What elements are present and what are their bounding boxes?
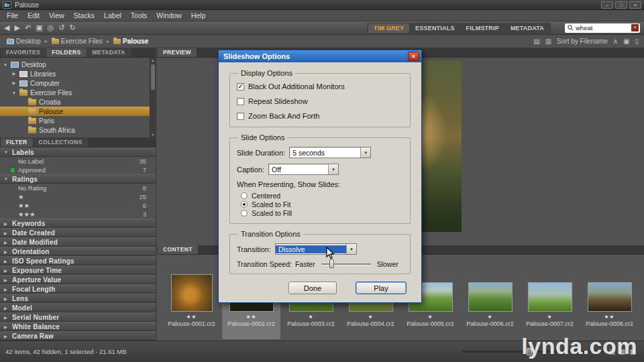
folder-tree-scrollbar[interactable]: ▲ ▼ [150, 58, 156, 137]
disclosure-down-icon[interactable]: ▼ [11, 90, 17, 95]
sort-by-label[interactable]: Sort by Filename [557, 38, 608, 45]
filter-item-rating-3-stars[interactable]: ★★★3 [0, 210, 156, 219]
checkbox-zoom-back-and-forth[interactable]: Zoom Back And Forth [237, 112, 403, 120]
filter-section-camera-raw[interactable]: ▶Camera Raw [0, 331, 156, 341]
workspace-tab-essentials[interactable]: ESSENTIALS [410, 23, 460, 33]
checkbox-black-out-additional-monitors[interactable]: ✓Black Out Additional Monitors [237, 82, 403, 90]
radio-scaled-to-fit[interactable]: Scaled to Fit [241, 200, 403, 208]
back-button[interactable]: ◀ [4, 24, 9, 32]
transition-select[interactable]: Dissolve ▼ [275, 243, 357, 255]
filter-item-rating-2-stars[interactable]: ★★6 [0, 201, 156, 210]
filter-section-focal-length[interactable]: ▶Focal Length [0, 284, 156, 294]
filter-section-labels[interactable]: ▼Labels [0, 147, 156, 157]
filter-section-keywords[interactable]: ▶Keywords [0, 219, 156, 228]
filter-item-no-rating[interactable]: No Rating8 [0, 184, 156, 192]
search-clear-button[interactable]: × [631, 24, 639, 32]
tab-filter[interactable]: FILTER [1, 138, 33, 147]
scroll-up-icon[interactable]: ▲ [150, 58, 156, 62]
sort-direction-icon[interactable]: ∧ [613, 38, 618, 45]
filter-section-orientation[interactable]: ▶Orientation [0, 247, 156, 256]
thumbnail-palouse-0001-cr2[interactable]: ★★Palouse-0001.cr2 [162, 256, 221, 339]
folder-item-south-africa[interactable]: South Africa [0, 125, 156, 135]
menu-stacks[interactable]: Stacks [69, 11, 100, 19]
menu-window[interactable]: Window [152, 11, 186, 19]
tab-preview[interactable]: PREVIEW [158, 48, 197, 57]
thumbnail-palouse-0008-cr2[interactable]: ★★Palouse-0008.cr2 [580, 256, 639, 339]
filter-section-iso-speed-ratings[interactable]: ▶ISO Speed Ratings [0, 256, 156, 265]
filter-section-date-created[interactable]: ▶Date Created [0, 228, 156, 237]
menu-tools[interactable]: Tools [126, 11, 152, 19]
workspace-tab-tim-grey[interactable]: TIM GREY [368, 23, 409, 33]
delete-item-button[interactable]: ▯ [635, 38, 639, 45]
tab-favorites[interactable]: FAVORITES [1, 48, 46, 57]
folder-item-paris[interactable]: Paris [0, 116, 156, 125]
filter-section-serial-number[interactable]: ▶Serial Number [0, 312, 156, 322]
disclosure-down-icon[interactable]: ▼ [3, 62, 8, 67]
menu-view[interactable]: View [44, 11, 69, 19]
get-photos-from-camera-icon[interactable]: ▣ [36, 24, 42, 32]
thumbnail-palouse-0007-cr2[interactable]: ★Palouse-0007.cr2 [521, 256, 579, 339]
scroll-down-icon[interactable]: ▼ [150, 133, 156, 137]
checkbox-label: Zoom Back And Forth [248, 112, 319, 120]
checkbox-repeat-slideshow[interactable]: Repeat Slideshow [237, 97, 403, 105]
radio-centered[interactable]: Centered [241, 192, 403, 200]
tab-folders[interactable]: FOLDERS [46, 48, 86, 57]
open-in-camera-raw-icon[interactable]: ◎ [48, 24, 54, 32]
folder-item-palouse[interactable]: Palouse [0, 107, 156, 116]
tab-collections[interactable]: COLLECTIONS [34, 138, 88, 147]
radio-scaled-to-fill[interactable]: Scaled to Fill [241, 209, 403, 217]
slide-duration-select[interactable]: 5 seconds ▼ [289, 147, 371, 158]
disclosure-right-icon: ▶ [4, 287, 9, 292]
scrollbar-thumb[interactable] [151, 64, 155, 90]
menu-label[interactable]: Label [99, 11, 126, 19]
rotate-right-button[interactable]: ↻ [69, 24, 75, 32]
speed-slider-thumb[interactable] [329, 259, 334, 268]
filter-item-no-label[interactable]: No Label35 [0, 157, 156, 166]
folder-item-croatia[interactable]: Croatia [0, 97, 156, 107]
search-input[interactable] [576, 24, 629, 32]
minimize-button[interactable]: – [601, 1, 613, 9]
filter-section-ratings[interactable]: ▼Ratings [0, 174, 156, 184]
filter-item-rating-1-stars[interactable]: ★25 [0, 192, 156, 201]
breadcrumb-palouse[interactable]: Palouse [112, 38, 150, 45]
rotate-left-button[interactable]: ↺ [58, 24, 64, 32]
tab-metadata[interactable]: METADATA [87, 48, 131, 57]
thumbnail-quality-icon[interactable]: ▤ [533, 38, 539, 45]
play-button[interactable]: Play [356, 282, 407, 294]
filter-section-aperture-value[interactable]: ▶Aperture Value [0, 275, 156, 284]
filter-item-approved[interactable]: Approved7 [0, 166, 156, 174]
filter-section-date-modified[interactable]: ▶Date Modified [0, 237, 156, 247]
folder-item-libraries[interactable]: ▶Libraries [0, 69, 156, 78]
close-button[interactable]: × [629, 1, 641, 9]
caption-select[interactable]: Off ▼ [268, 164, 339, 175]
breadcrumb-exercise-files[interactable]: Exercise Files [50, 38, 104, 45]
menu-edit[interactable]: Edit [23, 11, 44, 19]
workspace-tab-filmstrip[interactable]: FILMSTRIP [461, 23, 504, 33]
filter-items-icon[interactable]: ▥ [545, 38, 551, 45]
disclosure-right-icon[interactable]: ▶ [11, 80, 17, 86]
transition-speed-slider[interactable] [321, 263, 371, 265]
folder-item-exercise-files[interactable]: ▼Exercise Files [0, 88, 156, 97]
folder-item-desktop[interactable]: ▼Desktop [0, 60, 156, 69]
dialog-close-button[interactable]: × [408, 52, 419, 61]
done-button[interactable]: Done [288, 282, 337, 294]
thumbnail-palouse-0006-cr2[interactable]: ★Palouse-0006.cr2 [461, 256, 519, 339]
filter-section-white-balance[interactable]: ▶White Balance [0, 322, 156, 331]
workspace-tab-metadata[interactable]: METADATA [505, 23, 549, 33]
filter-section-exposure-time[interactable]: ▶Exposure Time [0, 265, 156, 275]
disclosure-right-icon[interactable]: ▶ [11, 71, 17, 76]
folder-item-computer[interactable]: ▶Computer [0, 78, 156, 88]
tab-content[interactable]: CONTENT [158, 245, 198, 254]
filter-section-lens[interactable]: ▶Lens [0, 294, 156, 303]
boomerang-icon[interactable]: ↶ [25, 24, 31, 32]
dialog-titlebar[interactable]: Slideshow Options × [219, 50, 421, 62]
filter-section-model[interactable]: ▶Model [0, 303, 156, 312]
new-folder-button[interactable]: ▣ [623, 38, 629, 45]
forward-button[interactable]: ▶ [14, 24, 19, 32]
restore-button[interactable]: □ [615, 1, 627, 9]
menu-file[interactable]: File [2, 11, 23, 19]
menu-help[interactable]: Help [186, 11, 211, 19]
checkbox-unchecked-icon [237, 98, 244, 105]
breadcrumb-desktop[interactable]: Desktop [5, 38, 42, 45]
search-box[interactable]: × [565, 23, 640, 33]
